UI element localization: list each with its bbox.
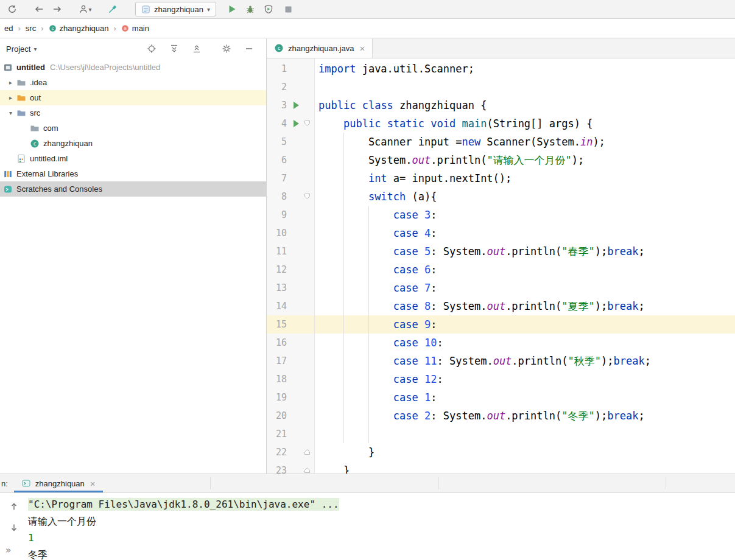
scroll-up-button[interactable] (7, 499, 21, 514)
build-hammer-button[interactable] (105, 2, 119, 16)
code-token: 3 (424, 209, 431, 221)
more-options-icon[interactable]: » (5, 542, 11, 559)
code-token (318, 391, 393, 404)
back-button[interactable] (32, 2, 46, 16)
libraries-icon (3, 169, 13, 179)
code-line-13[interactable]: case 7: (315, 279, 735, 297)
stop-button[interactable] (281, 2, 295, 16)
code-line-23[interactable]: } (315, 461, 735, 474)
editor-code[interactable]: import java.util.Scanner;public class zh… (315, 58, 735, 474)
code-token: 5 (424, 245, 431, 257)
code-line-3[interactable]: public class zhangzhiquan { (315, 96, 735, 114)
tab-bar-separator (438, 477, 439, 489)
code-line-10[interactable]: case 4: (315, 224, 735, 242)
scroll-down-button[interactable] (7, 520, 21, 535)
code-token: ; (645, 355, 651, 367)
tree-item-untitled-iml[interactable]: untitled.iml (0, 151, 266, 166)
code-line-11[interactable]: case 5: System.out.println("春季");break; (315, 242, 735, 261)
run-line-icon[interactable] (294, 120, 299, 127)
fold-up-icon[interactable] (304, 467, 311, 474)
project-panel-header: Project ▾ (0, 38, 266, 59)
code-line-6[interactable]: System.out.println("请输入一个月份"); (315, 151, 735, 169)
line-number: 21 (267, 425, 287, 443)
tab-bar-separator (210, 477, 211, 489)
gutter-row: 12 (267, 261, 314, 279)
code-line-4[interactable]: public static void main(String[] args) { (315, 114, 735, 133)
code-token (318, 373, 393, 385)
code-line-5[interactable]: Scanner input =new Scanner(System.in); (315, 133, 735, 151)
run-line-icon[interactable] (294, 102, 299, 109)
code-line-2[interactable] (315, 78, 735, 96)
chevron-collapsed-icon[interactable]: ▸ (5, 94, 16, 101)
coverage-button[interactable] (261, 2, 276, 16)
code-token: .println( (512, 355, 568, 367)
code-token: break (607, 245, 638, 257)
tree-item-idea[interactable]: ▸.idea (0, 75, 266, 90)
tree-item-external-libraries[interactable]: External Libraries (0, 166, 266, 181)
collapse-all-button[interactable] (189, 41, 204, 56)
tree-item-scratches-and-consoles[interactable]: Scratches and Consoles (0, 181, 266, 197)
code-line-20[interactable]: case 2: System.out.println("冬季");break; (315, 407, 735, 425)
breadcrumb-item-src[interactable]: src (23, 23, 38, 34)
code-token: : (431, 209, 437, 221)
tree-item-untitled[interactable]: untitledC:\Users\jl\IdeaProjects\untitle… (0, 60, 266, 75)
code-line-12[interactable]: case 6: (315, 261, 735, 279)
tree-item-com[interactable]: com (0, 121, 266, 136)
sync-button[interactable] (5, 2, 19, 16)
project-view-title[interactable]: Project (6, 44, 30, 54)
code-line-16[interactable]: case 10: (315, 334, 735, 352)
code-line-18[interactable]: case 12: (315, 370, 735, 388)
breadcrumb-item-main[interactable]: mmain (119, 23, 152, 34)
debug-button[interactable] (243, 2, 258, 16)
code-token: case (393, 209, 418, 221)
code-line-14[interactable]: case 8: System.out.println("夏季");break; (315, 297, 735, 315)
locate-file-button[interactable] (144, 41, 159, 56)
gutter-row: 23 (267, 461, 314, 474)
chevron-expanded-icon[interactable]: ▾ (5, 110, 16, 116)
code-line-21[interactable] (315, 425, 735, 443)
expand-all-button[interactable] (167, 41, 181, 56)
code-line-15[interactable]: case 9: (315, 315, 735, 334)
fold-up-icon[interactable] (304, 449, 311, 455)
gutter-row: 7 (267, 169, 314, 187)
tree-item-src[interactable]: ▾src (0, 105, 266, 121)
close-icon[interactable]: × (90, 479, 96, 488)
tree-item-out[interactable]: ▸out (0, 90, 266, 105)
run-tab[interactable]: zhangzhiquan × (14, 474, 103, 492)
line-number: 19 (267, 388, 287, 407)
code-line-7[interactable]: int a= input.nextInt(); (315, 169, 735, 187)
code-token: 11 (424, 355, 437, 367)
code-line-19[interactable]: case 1: (315, 388, 735, 407)
tree-item-zhangzhiquan[interactable]: czhangzhiquan (0, 136, 266, 151)
code-token: (a){ (406, 191, 437, 203)
hide-panel-button[interactable] (242, 41, 256, 56)
chevron-down-icon[interactable]: ▾ (33, 46, 37, 52)
code-token: import (318, 63, 356, 75)
editor-tab[interactable]: c zhangzhiquan.java × (267, 38, 373, 58)
code-line-1[interactable]: import java.util.Scanner; (315, 60, 735, 78)
fold-down-icon[interactable] (304, 120, 311, 127)
settings-gear-button[interactable] (219, 41, 234, 56)
code-line-8[interactable]: switch (a){ (315, 187, 735, 206)
code-token: .println( (505, 410, 561, 422)
chevron-collapsed-icon[interactable]: ▸ (5, 79, 16, 86)
close-icon[interactable]: × (359, 44, 365, 53)
breadcrumb-item-zhangzhiquan[interactable]: czhangzhiquan (46, 23, 111, 34)
fold-down-icon[interactable] (304, 193, 311, 200)
code-line-17[interactable]: case 11: System.out.println("秋季");break; (315, 352, 735, 370)
run-config-selector[interactable]: zhangzhiquan ▾ (135, 2, 216, 16)
code-token: public (343, 117, 381, 130)
code-line-22[interactable]: } (315, 443, 735, 461)
folder-orange-icon (16, 93, 26, 103)
indent-guide (343, 133, 344, 443)
run-button[interactable] (225, 2, 239, 16)
tree-item-label: zhangzhiquan (43, 139, 93, 148)
code-token: : (437, 337, 443, 349)
breadcrumb-item-ed[interactable]: ed (2, 23, 15, 34)
user-profile-button[interactable]: ▾ (78, 2, 93, 16)
console-output[interactable]: "C:\Program Files\Java\jdk1.8.0_261\bin\… (28, 493, 735, 560)
code-line-9[interactable]: case 3: (315, 206, 735, 224)
run-tab-title: zhangzhiquan (35, 479, 85, 488)
forward-button[interactable] (50, 2, 65, 16)
code-token: "春季" (561, 245, 594, 257)
